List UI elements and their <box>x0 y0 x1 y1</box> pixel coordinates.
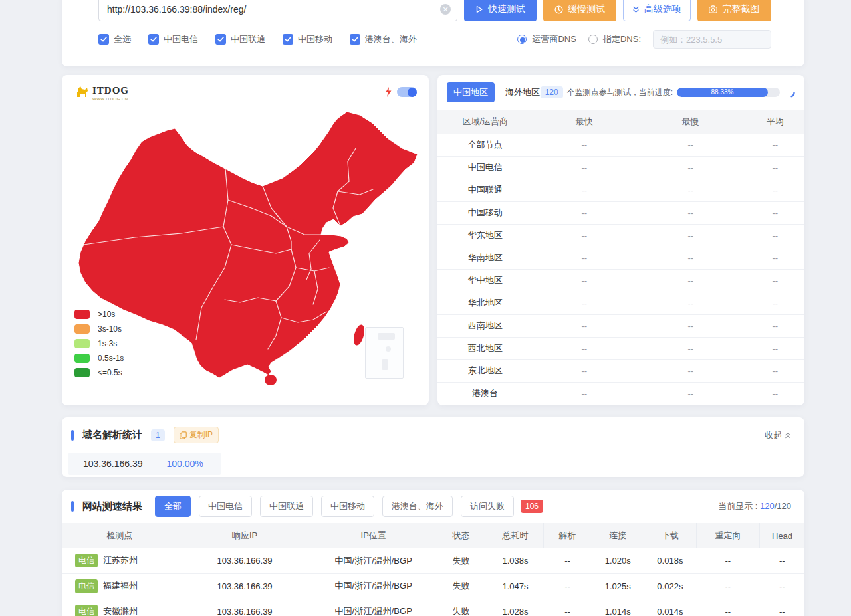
quick-test-button[interactable]: 快速测试 <box>464 0 537 21</box>
filter-unicom[interactable]: 中国联通 <box>260 496 313 517</box>
south-china-sea-inset <box>365 327 404 379</box>
carrier-badge: 电信 <box>75 579 98 593</box>
camera-icon <box>709 5 717 13</box>
dns-result-chip: 103.36.166.39 100.00% <box>68 453 221 475</box>
results-table-header: 检测点 响应IP IP位置 状态 总耗时 解析 连接 下载 重定向 Head <box>62 523 804 548</box>
results-title: 网站测速结果 <box>82 500 142 513</box>
filter-failed[interactable]: 访问失败 <box>461 496 514 517</box>
dns-stats-title-row: 域名解析统计 1 复制IP 收起 <box>71 427 791 443</box>
legend-item: 3s-10s <box>74 324 124 334</box>
monitor-count-badge: 120 <box>541 86 563 98</box>
dns-count-badge: 1 <box>151 429 165 441</box>
url-input-wrap: ✕ <box>98 0 457 21</box>
table-row[interactable]: 东北地区------ <box>437 359 804 382</box>
radio-custom-dns[interactable] <box>588 35 598 44</box>
clear-input-icon[interactable]: ✕ <box>440 4 451 15</box>
copy-icon <box>180 431 187 439</box>
hainan-island <box>265 375 277 385</box>
table-row[interactable]: 中国移动------ <box>437 201 804 224</box>
checkbox-mobile[interactable]: 中国移动 <box>283 33 332 45</box>
dog-icon <box>75 86 90 99</box>
progress-group: 120 个监测点参与测试，当前进度: 88.33% <box>541 86 795 98</box>
failed-count-badge: 106 <box>521 500 543 513</box>
carrier-checkbox-group: 全选 中国电信 中国联通 中国移动 港澳台、海外 <box>98 33 417 45</box>
tab-overseas-region[interactable]: 海外地区 <box>505 86 540 98</box>
checkbox-overseas[interactable]: 港澳台、海外 <box>350 33 417 45</box>
filter-telecom[interactable]: 中国电信 <box>199 496 252 517</box>
dns-stats-title: 域名解析统计 <box>82 429 142 441</box>
table-row[interactable]: 中国电信------ <box>437 156 804 179</box>
realtime-toggle[interactable] <box>397 87 417 97</box>
table-row[interactable]: 西南地区------ <box>437 314 804 337</box>
map-legend: >10s 3s-10s 1s-3s 0.5s-1s <=0.5s <box>74 310 124 377</box>
legend-swatch-red <box>74 310 90 319</box>
region-stats-table: 区域/运营商 最快 最慢 平均 全部节点------ 中国电信------ 中国… <box>437 110 804 405</box>
slow-test-button[interactable]: 缓慢测试 <box>543 0 616 21</box>
legend-item: 0.5s-1s <box>74 354 124 363</box>
speed-results-card: 网站测速结果 全部 中国电信 中国联通 中国移动 港澳台、海外 访问失败 106… <box>62 490 804 616</box>
title-accent-bar <box>71 430 74 441</box>
dns-stats-card: 域名解析统计 1 复制IP 收起 103.36.166.39 100.00% <box>62 417 804 477</box>
page-container: ✕ 快速测试 缓慢测试 高级选项 完整截图 <box>62 0 804 616</box>
full-screenshot-button[interactable]: 完整截图 <box>697 0 771 21</box>
taiwan-island <box>352 324 366 347</box>
play-icon <box>475 5 483 13</box>
table-row[interactable]: 全部节点------ <box>437 134 804 156</box>
checkbox-checked-icon <box>283 34 293 45</box>
legend-item: <=0.5s <box>74 368 124 377</box>
chevrons-down-icon <box>632 6 640 13</box>
collapse-link[interactable]: 收起 <box>765 429 791 441</box>
logo-title: ITDOG <box>92 86 129 96</box>
node-name: 安徽滁州 <box>103 606 138 616</box>
node-name: 福建福州 <box>103 581 138 591</box>
map-controls <box>385 87 417 97</box>
lightning-icon <box>385 87 392 97</box>
legend-item: >10s <box>74 310 124 319</box>
copy-ip-button[interactable]: 复制IP <box>174 427 219 443</box>
resolved-ip: 103.36.166.39 <box>83 459 143 469</box>
table-row[interactable]: 电信安徽滁州 103.36.166.39 中国/浙江/温州/BGP 失败 1.0… <box>62 599 804 616</box>
table-row[interactable]: 华南地区------ <box>437 247 804 269</box>
logo-subtitle: WWW.ITDOG.CN <box>92 97 129 101</box>
results-title-row: 网站测速结果 全部 中国电信 中国联通 中国移动 港澳台、海外 访问失败 106… <box>62 490 804 523</box>
table-row[interactable]: 电信福建福州 103.36.166.39 中国/浙江/温州/BGP 失败 1.0… <box>62 573 804 599</box>
filter-all[interactable]: 全部 <box>155 496 191 517</box>
checkbox-telecom[interactable]: 中国电信 <box>148 33 198 45</box>
legend-swatch-orange <box>74 324 90 334</box>
table-row[interactable]: 西北地区------ <box>437 337 804 359</box>
filter-overseas[interactable]: 港澳台、海外 <box>382 496 453 517</box>
url-input[interactable] <box>98 0 457 21</box>
table-row[interactable]: 港澳台------ <box>437 382 804 405</box>
checkbox-checked-icon <box>148 34 159 45</box>
status-badge: 失败 <box>435 548 487 573</box>
options-row: 全选 中国电信 中国联通 中国移动 港澳台、海外 <box>98 31 771 48</box>
table-row[interactable]: 华东地区------ <box>437 224 804 247</box>
table-row[interactable]: 华中地区------ <box>437 269 804 292</box>
panels-row: ITDOG WWW.ITDOG.CN >10s 3s-10s 1s-3s 0.5… <box>62 75 804 405</box>
region-table-header: 区域/运营商 最快 最慢 平均 <box>437 110 804 134</box>
radio-isp-dns[interactable] <box>517 35 527 44</box>
region-panel-header: 中国地区 海外地区 120 个监测点参与测试，当前进度: 88.33% <box>437 75 804 110</box>
legend-swatch-lightgreen <box>74 339 90 348</box>
advanced-options-button[interactable]: 高级选项 <box>623 0 691 21</box>
checkbox-unicom[interactable]: 中国联通 <box>215 33 265 45</box>
table-row[interactable]: 中国联通------ <box>437 179 804 201</box>
node-name: 江苏苏州 <box>103 555 138 565</box>
chevrons-up-icon <box>785 432 791 439</box>
status-badge: 失败 <box>435 599 487 616</box>
region-stats-panel: 中国地区 海外地区 120 个监测点参与测试，当前进度: 88.33% <box>437 75 804 405</box>
filter-mobile[interactable]: 中国移动 <box>321 496 374 517</box>
table-row[interactable]: 电信江苏苏州 103.36.166.39 中国/浙江/温州/BGP 失败 1.0… <box>62 548 804 573</box>
toolbar-row: ✕ 快速测试 缓慢测试 高级选项 完整截图 <box>98 0 771 21</box>
legend-swatch-green <box>74 354 90 363</box>
loading-spinner-icon <box>785 88 795 98</box>
china-map-panel: ITDOG WWW.ITDOG.CN >10s 3s-10s 1s-3s 0.5… <box>62 75 429 405</box>
table-row[interactable]: 华北地区------ <box>437 292 804 314</box>
custom-dns-input[interactable] <box>653 30 771 49</box>
clock-icon <box>554 5 563 14</box>
status-badge: 失败 <box>435 573 487 599</box>
carrier-badge: 电信 <box>75 554 98 567</box>
checkbox-checked-icon <box>98 34 109 45</box>
checkbox-select-all[interactable]: 全选 <box>98 33 131 45</box>
tab-china-region[interactable]: 中国地区 <box>447 82 495 102</box>
